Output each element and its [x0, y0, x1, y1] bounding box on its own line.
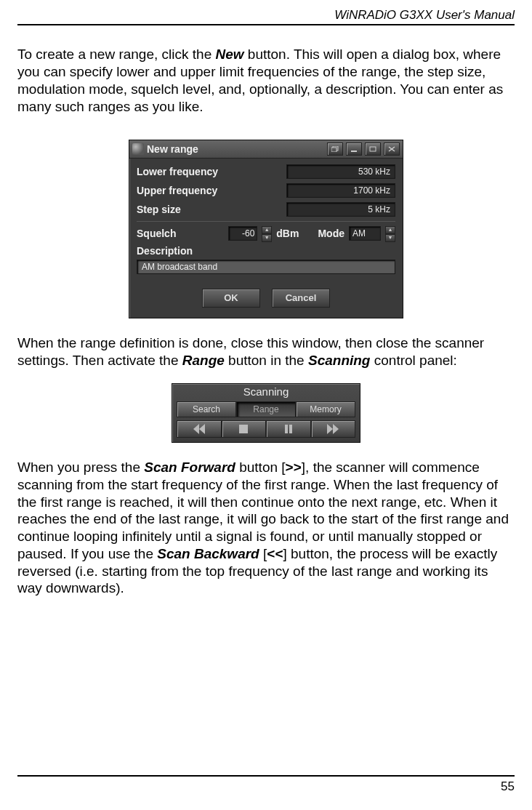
mode-spinner[interactable]: ▲▼: [385, 226, 395, 241]
new-range-dialog: New range Lower frequency 530 kHz Upper …: [129, 140, 403, 318]
kw-range: Range: [182, 353, 225, 368]
scan-forward-button[interactable]: [311, 420, 356, 438]
minimize-icon[interactable]: [346, 143, 362, 156]
lower-freq-label: Lower frequency: [137, 166, 218, 179]
scanning-panel: Scanning Search Range Memory: [172, 383, 360, 443]
kw-scan-backward: Scan Backward: [157, 546, 259, 561]
svg-marker-6: [199, 424, 205, 434]
svg-rect-9: [285, 425, 288, 433]
fast-forward-icon: [327, 424, 339, 434]
dialog-titlebar: New range: [129, 140, 403, 159]
kw-scan-forward: Scan Forward: [144, 460, 235, 475]
svg-marker-11: [327, 424, 333, 434]
paragraph-2: When the range definition is done, close…: [17, 334, 515, 369]
close-icon[interactable]: [384, 143, 400, 156]
svg-rect-3: [370, 147, 376, 151]
search-tab-button[interactable]: Search: [177, 401, 236, 417]
app-icon: [132, 143, 144, 155]
stop-icon: [238, 424, 249, 434]
mode-input[interactable]: AM: [349, 226, 381, 241]
sym-backward: <<: [267, 546, 283, 561]
lower-freq-input[interactable]: 530 kHz: [286, 164, 395, 179]
svg-marker-7: [193, 424, 199, 434]
kw-scanning: Scanning: [308, 353, 371, 368]
squelch-label: Squelch: [137, 228, 176, 241]
ok-button[interactable]: OK: [202, 289, 260, 308]
scan-backward-button[interactable]: [177, 420, 222, 438]
manual-title: WiNRADiO G3XX User's Manual: [334, 7, 515, 23]
squelch-unit: dBm: [276, 228, 299, 241]
squelch-input[interactable]: -60: [228, 226, 257, 241]
page-footer: 55: [17, 775, 515, 794]
svg-rect-1: [331, 148, 336, 152]
step-size-label: Step size: [137, 204, 181, 217]
dialog-title: New range: [147, 143, 324, 156]
squelch-spinner[interactable]: ▲▼: [262, 226, 272, 241]
paragraph-1: To create a new range, click the New but…: [17, 46, 515, 115]
memory-tab-button[interactable]: Memory: [296, 401, 355, 417]
step-size-input[interactable]: 5 kHz: [286, 202, 395, 217]
upper-freq-input[interactable]: 1700 kHz: [286, 183, 395, 198]
page-number: 55: [501, 779, 515, 794]
maximize-icon[interactable]: [365, 143, 381, 156]
rewind-icon: [193, 424, 205, 434]
mode-label: Mode: [318, 228, 344, 241]
upper-freq-label: Upper frequency: [137, 185, 217, 198]
description-input[interactable]: AM broadcast band: [137, 260, 395, 274]
svg-rect-8: [239, 425, 248, 433]
svg-marker-12: [333, 424, 339, 434]
pause-button[interactable]: [266, 420, 311, 438]
scanning-title: Scanning: [172, 384, 360, 401]
pause-icon: [283, 424, 294, 434]
kw-new: New: [215, 47, 243, 62]
paragraph-3: When you press the Scan Forward button […: [17, 459, 515, 597]
restore-icon[interactable]: [327, 143, 343, 156]
cancel-button[interactable]: Cancel: [272, 289, 330, 308]
sym-forward: >>: [286, 460, 302, 475]
description-label: Description: [137, 245, 193, 257]
range-tab-button[interactable]: Range: [236, 401, 296, 417]
page-header: WiNRADiO G3XX User's Manual: [17, 0, 515, 25]
stop-button[interactable]: [222, 420, 267, 438]
svg-rect-10: [289, 425, 292, 433]
